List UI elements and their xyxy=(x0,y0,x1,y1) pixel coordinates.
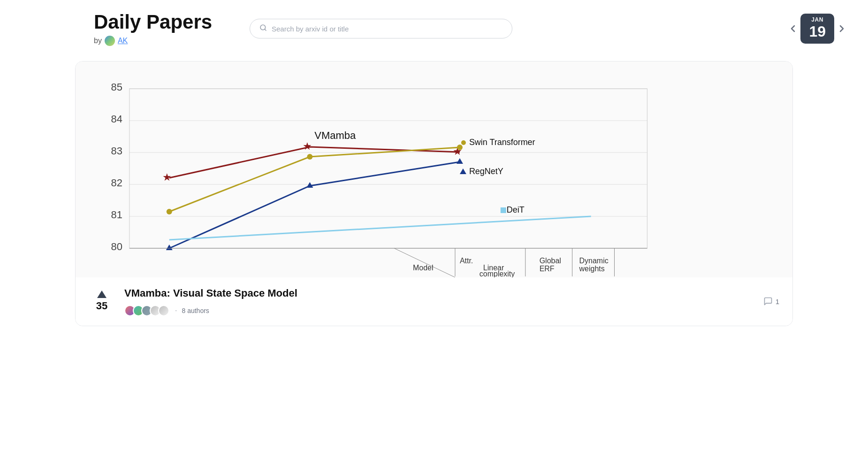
date-navigator: JAN 19 xyxy=(785,14,849,44)
svg-point-21 xyxy=(167,209,172,214)
date-month: JAN xyxy=(809,16,826,23)
search-bar[interactable]: Search by arxiv id or title xyxy=(250,19,512,38)
title-block: Daily Papers by AK xyxy=(94,11,235,46)
authors-text: 8 authors xyxy=(182,307,209,314)
date-day: 19 xyxy=(809,24,826,39)
paper-details: VMamba: Visual State Space Model · 8 aut… xyxy=(124,287,754,316)
svg-text:DeiT: DeiT xyxy=(507,205,525,214)
chart-svg: 85 84 83 82 81 80 Net-1K top-1 acc. xyxy=(76,61,792,277)
comment-count: 1 xyxy=(776,298,779,306)
svg-text:★: ★ xyxy=(303,140,312,152)
upvote-button[interactable] xyxy=(97,290,107,298)
svg-text:84: 84 xyxy=(111,113,122,125)
author-prefix: by xyxy=(94,37,102,45)
paper-card: 85 84 83 82 81 80 Net-1K top-1 acc. xyxy=(75,61,793,326)
svg-text:80: 80 xyxy=(111,241,122,252)
vote-block: 35 xyxy=(89,290,115,312)
svg-text:Dynamic: Dynamic xyxy=(579,257,609,265)
svg-text:RegNetY: RegNetY xyxy=(469,167,503,176)
svg-line-1 xyxy=(265,29,266,31)
comment-block[interactable]: 1 xyxy=(763,297,779,306)
svg-text:81: 81 xyxy=(111,209,122,221)
svg-text:85: 85 xyxy=(111,81,122,93)
page-title: Daily Papers xyxy=(94,11,235,33)
date-badge: JAN 19 xyxy=(800,14,834,44)
prev-date-button[interactable] xyxy=(785,21,800,36)
author-avatar-5 xyxy=(158,305,169,316)
svg-rect-32 xyxy=(501,207,506,213)
svg-point-25 xyxy=(461,140,466,145)
svg-text:Swin Transformer: Swin Transformer xyxy=(469,138,535,147)
dot-separator: · xyxy=(175,306,177,315)
svg-text:Attr.: Attr. xyxy=(460,257,473,265)
vote-count: 35 xyxy=(96,300,107,312)
search-icon xyxy=(259,24,267,33)
paper-meta: · 8 authors xyxy=(124,305,754,316)
author-link[interactable]: AK xyxy=(118,37,128,45)
main-content: 85 84 83 82 81 80 Net-1K top-1 acc. xyxy=(0,54,868,326)
svg-text:complexity: complexity xyxy=(480,270,515,277)
author-line: by AK xyxy=(94,36,235,46)
svg-text:Global: Global xyxy=(540,257,561,265)
chart-area: 85 84 83 82 81 80 Net-1K top-1 acc. xyxy=(76,61,792,277)
author-avatars xyxy=(124,305,167,316)
svg-text:VMamba: VMamba xyxy=(314,130,356,141)
paper-title[interactable]: VMamba: Visual State Space Model xyxy=(124,287,754,300)
svg-point-22 xyxy=(307,154,312,160)
svg-text:★: ★ xyxy=(162,171,172,183)
comment-icon xyxy=(763,297,773,306)
svg-point-23 xyxy=(457,145,463,150)
page-header: Daily Papers by AK Search by arxiv id or… xyxy=(0,0,868,54)
svg-rect-2 xyxy=(76,61,792,277)
svg-text:Model: Model xyxy=(413,264,433,272)
svg-text:82: 82 xyxy=(111,177,122,189)
author-avatar xyxy=(105,36,115,46)
svg-text:weights: weights xyxy=(579,265,605,273)
paper-info-row: 35 VMamba: Visual State Space Model · 8 … xyxy=(76,277,792,326)
search-placeholder: Search by arxiv id or title xyxy=(272,25,349,33)
next-date-button[interactable] xyxy=(834,21,849,36)
svg-text:83: 83 xyxy=(111,145,122,157)
svg-text:ERF: ERF xyxy=(540,265,555,273)
